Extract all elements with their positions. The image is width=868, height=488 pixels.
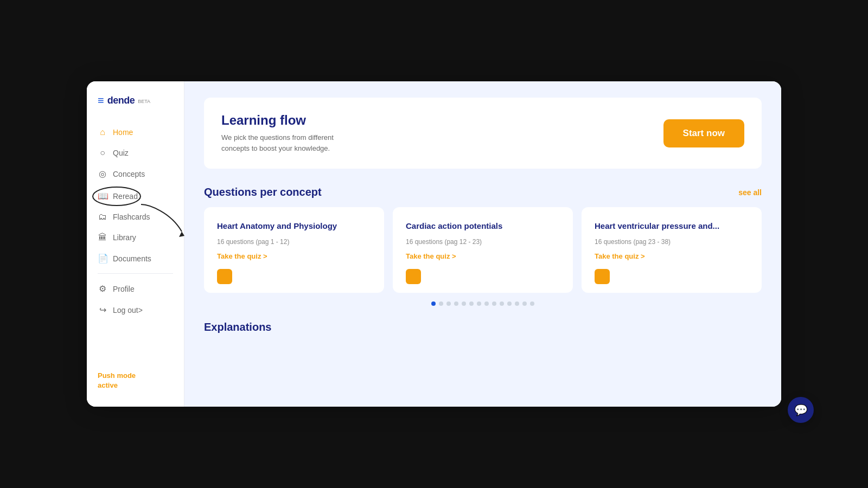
card-3-color-bar xyxy=(595,269,610,284)
push-mode-label: Push modeactive xyxy=(87,365,184,396)
dot-3[interactable] xyxy=(446,301,451,306)
concept-card-3: Heart ventricular pressure and... 16 que… xyxy=(582,207,762,293)
explanations-title: Explanations xyxy=(204,321,762,333)
carousel-dots xyxy=(204,301,762,306)
logo-text: dende xyxy=(107,95,135,106)
library-icon: 🏛 xyxy=(98,233,107,242)
documents-icon: 📄 xyxy=(98,253,107,264)
dot-1[interactable] xyxy=(431,301,436,306)
card-1-color-bar xyxy=(217,269,232,284)
banner-left: Learning flow We pick the questions from… xyxy=(221,113,362,153)
sidebar-item-quiz[interactable]: ○ Quiz xyxy=(87,143,184,163)
dot-12[interactable] xyxy=(515,301,519,306)
dot-5[interactable] xyxy=(462,301,466,306)
sidebar-item-library[interactable]: 🏛 Library xyxy=(87,227,184,248)
sidebar: ≡ dende BETA ⌂ Home ○ Quiz ◎ Concepts 📖 … xyxy=(87,81,184,407)
explanations-section: Explanations xyxy=(204,321,762,333)
concept-card-1: Heart Anatomy and Physiology 16 question… xyxy=(204,207,384,293)
dot-4[interactable] xyxy=(454,301,458,306)
sidebar-item-profile[interactable]: ⚙ Profile xyxy=(87,278,184,299)
sidebar-divider xyxy=(98,273,173,274)
learning-flow-banner: Learning flow We pick the questions from… xyxy=(204,98,762,169)
chat-icon: 💬 xyxy=(794,403,808,416)
card-1-take-quiz[interactable]: Take the quiz > xyxy=(217,252,371,260)
card-3-title: Heart ventricular pressure and... xyxy=(595,220,749,232)
banner-title: Learning flow xyxy=(221,113,362,128)
dot-14[interactable] xyxy=(530,301,534,306)
logout-icon: ↪ xyxy=(98,305,107,315)
banner-description: We pick the questions from different con… xyxy=(221,132,362,153)
quiz-icon: ○ xyxy=(98,148,107,158)
home-icon: ⌂ xyxy=(98,127,107,137)
concepts-icon: ◎ xyxy=(98,169,107,179)
profile-icon: ⚙ xyxy=(98,284,107,294)
dot-9[interactable] xyxy=(492,301,496,306)
sidebar-item-home[interactable]: ⌂ Home xyxy=(87,122,184,143)
concept-cards-row: Heart Anatomy and Physiology 16 question… xyxy=(204,207,762,293)
sidebar-item-concepts[interactable]: ◎ Concepts xyxy=(87,163,184,184)
card-2-take-quiz[interactable]: Take the quiz > xyxy=(406,252,560,260)
dot-7[interactable] xyxy=(477,301,481,306)
flashcards-icon: 🗂 xyxy=(98,212,107,222)
main-content: Learning flow We pick the questions from… xyxy=(184,81,781,407)
card-2-color-bar xyxy=(406,269,421,284)
sidebar-item-reread[interactable]: 📖 Reread xyxy=(87,185,184,207)
dot-13[interactable] xyxy=(522,301,527,306)
dot-11[interactable] xyxy=(507,301,512,306)
card-3-questions: 16 questions (pag 23 - 38) xyxy=(595,238,749,246)
reread-icon: 📖 xyxy=(98,191,107,201)
card-3-take-quiz[interactable]: Take the quiz > xyxy=(595,252,749,260)
logo: ≡ dende BETA xyxy=(87,94,184,122)
dot-8[interactable] xyxy=(484,301,489,306)
chat-button[interactable]: 💬 xyxy=(788,397,814,423)
sidebar-item-flashcards[interactable]: 🗂 Flashcards xyxy=(87,207,184,227)
logo-badge: BETA xyxy=(138,99,150,104)
sidebar-item-documents[interactable]: 📄 Documents xyxy=(87,248,184,269)
concept-card-2: Cardiac action potentials 16 questions (… xyxy=(393,207,573,293)
dot-2[interactable] xyxy=(439,301,443,306)
questions-section-header: Questions per concept see all xyxy=(204,186,762,198)
logo-icon: ≡ xyxy=(98,94,104,107)
card-1-questions: 16 questions (pag 1 - 12) xyxy=(217,238,371,246)
dot-10[interactable] xyxy=(500,301,504,306)
questions-section-title: Questions per concept xyxy=(204,186,322,198)
card-1-title: Heart Anatomy and Physiology xyxy=(217,220,371,232)
card-2-questions: 16 questions (pag 12 - 23) xyxy=(406,238,560,246)
card-2-title: Cardiac action potentials xyxy=(406,220,560,232)
see-all-link[interactable]: see all xyxy=(738,188,762,197)
start-now-button[interactable]: Start now xyxy=(663,119,744,147)
dot-6[interactable] xyxy=(469,301,474,306)
sidebar-item-logout[interactable]: ↪ Log out> xyxy=(87,299,184,320)
